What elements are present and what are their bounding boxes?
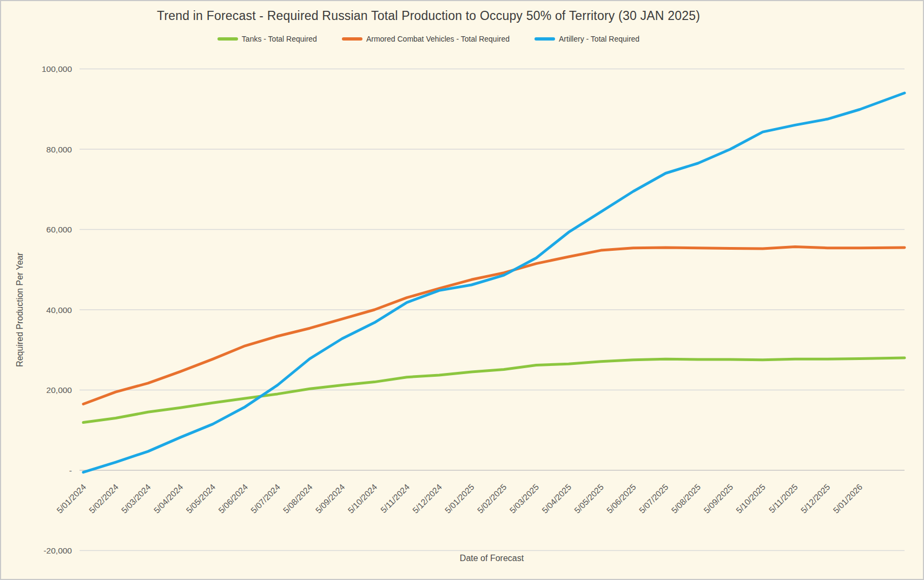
y-axis-title: Required Production Per Year (15, 252, 24, 366)
x-tick-label: 5/11/2024 (379, 482, 411, 515)
chart-frame: Trend in Forecast - Required Russian Tot… (0, 0, 924, 580)
x-tick-label: 5/01/2026 (831, 482, 864, 515)
x-tick-label: 5/02/2024 (87, 482, 120, 515)
x-tick-label: 5/05/2024 (184, 482, 217, 515)
x-tick-label: 5/10/2025 (734, 482, 767, 515)
x-axis-title: Date of Forecast (460, 554, 524, 563)
y-tick-label: 20,000 (47, 385, 72, 395)
x-tick-label: 5/01/2025 (443, 482, 476, 515)
x-tick-label: 5/02/2025 (476, 482, 509, 515)
y-tick-label: 60,000 (47, 225, 72, 234)
x-tick-label: 5/07/2025 (637, 482, 670, 515)
y-tick-label: 40,000 (47, 305, 72, 315)
x-tick-label: 5/09/2024 (314, 482, 347, 515)
series-line-artillery (83, 93, 905, 472)
x-tick-label: 5/03/2025 (508, 482, 541, 515)
x-tick-label: 5/06/2024 (216, 482, 249, 515)
x-tick-label: 5/12/2025 (799, 482, 832, 515)
x-tick-label: 5/07/2024 (249, 482, 282, 515)
x-tick-label: 5/09/2025 (702, 482, 735, 515)
chart-plot: 100,00080,00060,00040,00020,000--20,0005… (1, 1, 924, 580)
x-tick-label: 5/06/2025 (605, 482, 638, 515)
x-tick-label: 5/12/2024 (411, 482, 444, 515)
series-line-armored (83, 246, 905, 404)
x-tick-label: 5/04/2025 (540, 482, 573, 515)
y-tick-label: -20,000 (43, 546, 72, 555)
x-tick-label: 5/03/2024 (120, 482, 153, 515)
x-tick-label: 5/11/2025 (767, 482, 800, 515)
x-tick-label: 5/08/2025 (670, 482, 703, 515)
y-tick-label: 80,000 (47, 145, 72, 154)
x-tick-label: 5/08/2024 (281, 482, 314, 515)
grid-layer (80, 69, 905, 551)
y-tick-label: - (69, 466, 72, 475)
series-layer (83, 93, 905, 472)
x-tick-label: 5/04/2024 (152, 482, 185, 515)
x-tick-label: 5/10/2024 (346, 482, 379, 515)
y-tick-label: 100,000 (42, 64, 72, 74)
x-tick-label: 5/05/2025 (572, 482, 605, 515)
x-tick-label: 5/01/2024 (55, 482, 88, 515)
